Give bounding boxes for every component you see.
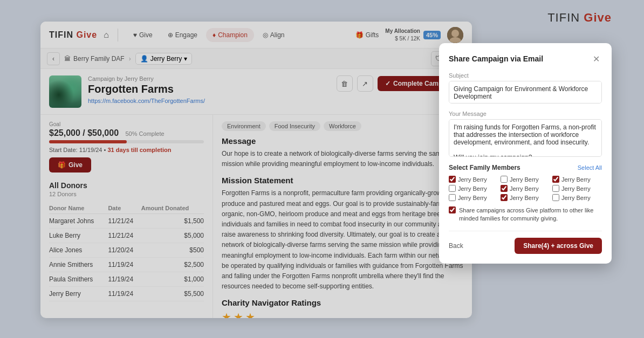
message-input[interactable]	[449, 119, 602, 157]
home-icon[interactable]: ⌂	[104, 30, 109, 40]
col-amount: Amount Donated	[141, 203, 204, 214]
user-icon: 👤	[140, 55, 148, 63]
goal-target: $50,000	[87, 128, 119, 137]
member-checkbox-4[interactable]	[501, 185, 508, 192]
checkmark-icon: ✓	[385, 80, 390, 87]
allocation-amounts: $ 5K / 12K	[385, 35, 420, 43]
user-avatar[interactable]	[447, 27, 463, 43]
member-name: Jerry Berry	[510, 195, 539, 201]
donor-name-cell: Luke Berry	[49, 229, 108, 243]
nav-logo: TIFIN Give	[49, 30, 97, 40]
donor-amount-cell: $2,500	[141, 258, 204, 272]
allocation-percent: 45%	[423, 31, 441, 39]
delete-icon-btn[interactable]: 🗑	[337, 75, 353, 92]
donor-name-cell: Annie Smithers	[49, 258, 108, 272]
campaign-thumbnail	[49, 75, 81, 108]
member-checkbox-2[interactable]	[552, 176, 559, 183]
left-panel: Goal $25,000 / $50,000 50% Complete Star…	[40, 115, 213, 318]
mission-section-text: Forgotten Farms is a nonprofit, permacul…	[222, 188, 463, 292]
member-name: Jerry Berry	[561, 195, 591, 201]
donors-section: All Donors 12 Donors Donor Name Date Amo…	[49, 181, 204, 301]
modal-back-button[interactable]: Back	[449, 242, 463, 250]
member-checkbox-0[interactable]	[449, 176, 456, 183]
tab-champion[interactable]: ♦ Champion	[206, 28, 254, 42]
star-icon: ★	[245, 311, 255, 318]
donor-name-cell: Alice Jones	[49, 243, 108, 258]
brand-give: Give	[584, 11, 612, 24]
nav-tabs: ♥ Give ⊕ Engage ♦ Champion ◎ Align	[127, 28, 355, 42]
tab-align-label: Align	[270, 31, 285, 39]
star-icon: ★	[234, 311, 243, 318]
share-platform-checkbox[interactable]	[449, 206, 456, 213]
donor-name-cell: Margaret Johns	[49, 214, 108, 229]
member-checkbox-1[interactable]	[501, 176, 508, 183]
dropdown-chevron-icon: ▾	[184, 55, 187, 63]
gifts-button[interactable]: 🎁 Gifts	[355, 31, 379, 39]
tag-item: Environment	[222, 121, 266, 131]
brand-tifin: TIFIN	[547, 11, 580, 24]
user-selector[interactable]: 👤 Jerry Berry ▾	[135, 53, 193, 65]
member-checkbox-7[interactable]	[501, 194, 508, 201]
institution-icon: 🏛	[64, 55, 71, 63]
member-item: Jerry Berry	[501, 176, 550, 183]
tab-align[interactable]: ◎ Align	[256, 28, 291, 42]
col-donor-name: Donor Name	[49, 203, 108, 214]
members-grid: Jerry Berry Jerry Berry Jerry Berry Jerr…	[449, 176, 602, 201]
subject-input[interactable]	[449, 81, 602, 104]
charity-rating-title: Charity Navigator Ratings	[222, 298, 463, 307]
member-item: Jerry Berry	[552, 185, 602, 192]
member-name: Jerry Berry	[458, 176, 487, 183]
member-checkbox-3[interactable]	[449, 185, 456, 192]
champion-icon: ♦	[213, 31, 216, 39]
table-row: Alice Jones 11/20/24 $500	[49, 243, 204, 258]
select-all-link[interactable]: Select All	[578, 164, 602, 171]
content-area: Campaign by Jerry Berry Forgotten Farms …	[40, 69, 472, 318]
gift-icon: 🎁	[355, 31, 364, 39]
campaign-header: Campaign by Jerry Berry Forgotten Farms …	[40, 69, 472, 115]
share-checkbox-text: Share campaigns across Give platform to …	[459, 206, 602, 223]
goal-separator: /	[83, 128, 85, 137]
table-row: Margaret Johns 11/21/24 $1,500	[49, 214, 204, 229]
engage-icon: ⊕	[168, 31, 173, 39]
donor-date-cell: 11/19/24	[108, 258, 141, 272]
message-section-text: Our hope is to create a network of biolo…	[222, 149, 463, 169]
breadcrumb-separator: ›	[129, 55, 131, 63]
goal-current: $25,000	[49, 128, 80, 137]
member-name: Jerry Berry	[458, 195, 487, 201]
share-submit-button[interactable]: Share(4) + across Give	[515, 238, 602, 254]
donor-date-cell: 11/21/24	[108, 214, 141, 229]
tifin-give-brand: TIFIN Give	[547, 11, 612, 25]
member-checkbox-5[interactable]	[552, 185, 559, 192]
member-checkbox-6[interactable]	[449, 194, 456, 201]
modal-title: Share Campaign via Email	[449, 54, 543, 63]
modal-header: Share Campaign via Email ✕	[449, 53, 602, 65]
modal-footer: Back Share(4) + across Give	[449, 231, 602, 254]
table-row: Annie Smithers 11/19/24 $2,500	[49, 258, 204, 272]
modal-close-button[interactable]: ✕	[590, 53, 602, 65]
daf-breadcrumb: 🏛 Berry Family DAF	[64, 55, 125, 63]
nav-logo-tifin: TIFIN	[49, 30, 73, 39]
message-section-title: Message	[222, 136, 463, 146]
start-date: Start Date: 11/19/24 • 31 days till comp…	[49, 147, 204, 153]
table-row: Luke Berry 11/21/24 $5,000	[49, 229, 204, 243]
progress-bar-track	[49, 140, 204, 143]
donor-amount-cell: $5,500	[141, 287, 204, 301]
gifts-label: Gifts	[366, 31, 379, 39]
campaign-info: Campaign by Jerry Berry Forgotten Farms …	[88, 75, 330, 105]
member-item: Jerry Berry	[501, 185, 550, 192]
share-icon-btn[interactable]: ↗	[357, 75, 373, 92]
align-icon: ◎	[263, 31, 268, 39]
charity-rating: Charity Navigator Ratings ★★★ View More	[222, 298, 463, 318]
member-checkbox-8[interactable]	[552, 194, 559, 201]
campaign-link[interactable]: https://m.facebook.com/TheForgottenFarms…	[88, 98, 205, 104]
tab-give[interactable]: ♥ Give	[127, 28, 159, 42]
message-label: Your Message	[449, 111, 602, 117]
share-checkbox-row: Share campaigns across Give platform to …	[449, 206, 602, 223]
donor-date-cell: 11/20/24	[108, 243, 141, 258]
give-button[interactable]: 🎁 Give	[49, 157, 91, 173]
tab-engage[interactable]: ⊕ Engage	[161, 28, 204, 42]
member-item: Jerry Berry	[552, 194, 602, 201]
back-button[interactable]: ‹	[47, 52, 60, 65]
donor-date-cell: 11/19/24	[108, 287, 141, 301]
goal-pct-label: 50% Complete	[126, 130, 165, 137]
